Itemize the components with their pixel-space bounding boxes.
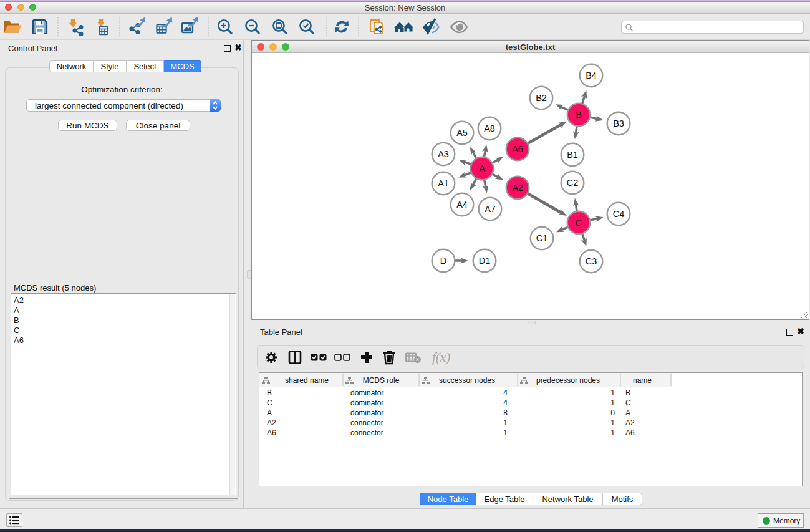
svg-text:A3: A3 xyxy=(438,149,449,159)
svg-text:predecessor nodes: predecessor nodes xyxy=(536,376,600,385)
svg-text:C2: C2 xyxy=(567,178,579,188)
svg-text:A8: A8 xyxy=(484,123,495,133)
svg-text:B3: B3 xyxy=(613,118,624,128)
svg-text:B2: B2 xyxy=(536,93,547,103)
svg-text:A5: A5 xyxy=(456,128,468,138)
svg-text:f(x): f(x) xyxy=(432,350,450,365)
svg-text:A6: A6 xyxy=(512,144,523,154)
svg-text:C: C xyxy=(576,218,582,228)
svg-text:A: A xyxy=(479,163,485,173)
svg-text:C3: C3 xyxy=(586,256,597,266)
svg-text:D: D xyxy=(440,256,446,266)
svg-text:B: B xyxy=(576,110,582,120)
svg-text:MCDS role: MCDS role xyxy=(363,376,400,385)
svg-text:B4: B4 xyxy=(586,70,597,80)
svg-text:A4: A4 xyxy=(456,200,468,210)
svg-text:C1: C1 xyxy=(536,233,548,243)
svg-text:D1: D1 xyxy=(479,256,491,266)
svg-text:A1: A1 xyxy=(438,178,449,188)
svg-text:shared name: shared name xyxy=(285,376,329,385)
svg-text:C4: C4 xyxy=(613,209,625,219)
svg-text:name: name xyxy=(633,376,652,385)
svg-text:A7: A7 xyxy=(485,204,496,214)
svg-text:A2: A2 xyxy=(512,183,523,193)
svg-text:successor nodes: successor nodes xyxy=(439,376,495,385)
svg-text:B1: B1 xyxy=(567,150,578,160)
